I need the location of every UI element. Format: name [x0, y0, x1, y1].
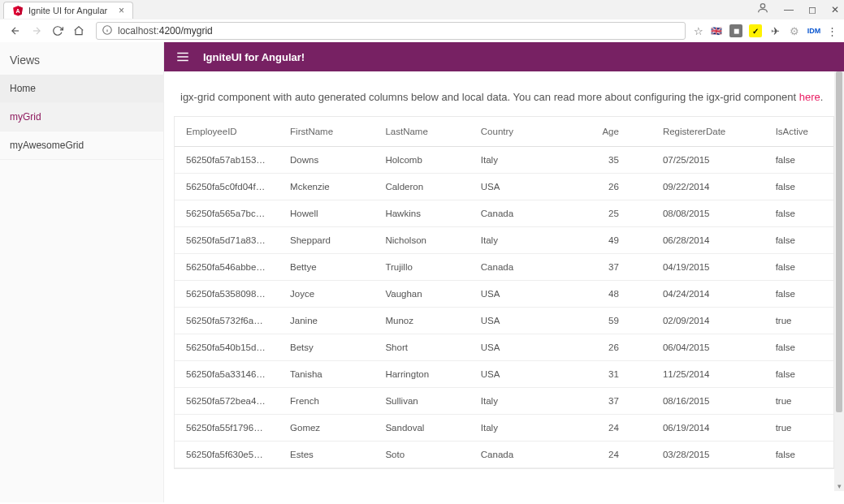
nav-home-icon[interactable]	[70, 22, 88, 40]
column-header-employeeid[interactable]: EmployeeID	[175, 117, 279, 146]
table-row[interactable]: 56250fa5358098…JoyceVaughanUSA4804/24/20…	[175, 281, 833, 308]
cell-country: USA	[470, 174, 591, 200]
vertical-scrollbar[interactable]: ▾	[834, 71, 844, 491]
extension-flag-icon[interactable]: 🇬🇧	[710, 24, 723, 37]
cell-isactive: false	[764, 442, 833, 467]
tab-bar: A Ignite UI for Angular × — ◻ ✕	[0, 0, 844, 19]
extension-plane-icon[interactable]: ✈	[768, 24, 781, 37]
cell-registererdate: 06/19/2014	[651, 415, 764, 441]
cell-country: Canada	[470, 254, 591, 280]
cell-registererdate: 04/19/2015	[651, 254, 764, 280]
window-close-icon[interactable]: ✕	[831, 4, 839, 15]
cell-employeeid: 56250fa546abbe…	[175, 254, 279, 280]
table-row[interactable]: 56250fa540b15d…BetsyShortUSA2606/04/2015…	[175, 334, 833, 361]
table-row[interactable]: 56250fa55f1796…GomezSandovalItaly2406/19…	[175, 415, 833, 442]
cell-employeeid: 56250fa55f1796…	[175, 415, 279, 441]
cell-isactive: false	[764, 254, 833, 280]
cell-lastname: Hawkins	[374, 200, 469, 226]
extension-block-icon[interactable]: ◼	[729, 24, 742, 37]
column-header-registererdate[interactable]: RegistererDate	[651, 117, 764, 146]
table-row[interactable]: 56250fa572bea4…FrenchSullivanItaly3708/1…	[175, 388, 833, 415]
cell-employeeid: 56250fa5a33146…	[175, 361, 279, 387]
intro-link[interactable]: here	[799, 91, 820, 103]
cell-lastname: Trujillo	[374, 254, 469, 280]
tab-close-icon[interactable]: ×	[119, 5, 124, 16]
column-header-country[interactable]: Country	[470, 117, 591, 146]
extension-gear-icon[interactable]: ⚙	[788, 24, 801, 37]
cell-isactive: false	[764, 200, 833, 226]
cell-country: Italy	[470, 415, 591, 441]
table-row[interactable]: 56250fa546abbe…BettyeTrujilloCanada3704/…	[175, 254, 833, 281]
cell-country: USA	[470, 281, 591, 307]
nav-bar: localhost:4200/mygrid ☆ 🇬🇧 ◼ ✓ ✈ ⚙ IDM ⋮	[0, 19, 844, 42]
cell-lastname: Sandoval	[374, 415, 469, 441]
table-row[interactable]: 56250fa5f630e5…EstesSotoCanada2403/28/20…	[175, 442, 833, 468]
menu-icon[interactable]	[175, 50, 190, 64]
intro-text: igx-grid component with auto generated c…	[180, 91, 828, 103]
column-header-firstname[interactable]: FirstName	[279, 117, 374, 146]
cell-employeeid: 56250fa565a7bc…	[175, 200, 279, 226]
cell-country: USA	[470, 308, 591, 334]
cell-age: 37	[591, 254, 651, 280]
window-controls: — ◻ ✕	[756, 2, 839, 17]
nav-forward-icon	[28, 22, 45, 40]
cell-employeeid: 56250fa5732f6a…	[175, 308, 279, 334]
cell-isactive: true	[764, 308, 833, 334]
cell-firstname: Howell	[279, 200, 374, 226]
sidebar-item-home[interactable]: Home	[0, 75, 163, 103]
table-row[interactable]: 56250fa5732f6a…JanineMunozUSA5902/09/201…	[175, 308, 833, 334]
cell-age: 24	[591, 442, 651, 467]
cell-firstname: Joyce	[279, 281, 374, 307]
cell-country: Canada	[470, 442, 591, 467]
window-minimize-icon[interactable]: —	[784, 4, 794, 15]
extension-check-icon[interactable]: ✓	[749, 24, 762, 37]
cell-registererdate: 11/25/2014	[651, 361, 764, 387]
data-grid: EmployeeIDFirstNameLastNameCountryAgeReg…	[174, 116, 834, 469]
cell-firstname: Tanisha	[279, 361, 374, 387]
cell-isactive: false	[764, 281, 833, 307]
sidebar-item-myawesomegrid[interactable]: myAwesomeGrid	[0, 131, 163, 160]
url-bar[interactable]: localhost:4200/mygrid	[96, 22, 686, 40]
cell-registererdate: 08/16/2015	[651, 388, 764, 414]
bookmark-star-icon[interactable]: ☆	[694, 25, 703, 37]
scrollbar-thumb[interactable]	[836, 71, 842, 412]
sidebar-item-mygrid[interactable]: myGrid	[0, 103, 163, 131]
table-row[interactable]: 56250fa565a7bc…HowellHawkinsCanada2508/0…	[175, 200, 833, 227]
app-title: IgniteUI for Angular!	[203, 51, 305, 63]
browser-menu-icon[interactable]: ⋮	[827, 25, 838, 37]
cell-employeeid: 56250fa540b15d…	[175, 334, 279, 360]
cell-age: 49	[591, 227, 651, 253]
table-row[interactable]: 56250fa5d71a83…SheppardNicholsonItaly490…	[175, 227, 833, 254]
column-header-age[interactable]: Age	[591, 117, 651, 146]
nav-reload-icon[interactable]	[49, 22, 67, 40]
sidebar: Views HomemyGridmyAwesomeGrid	[0, 42, 164, 502]
cell-employeeid: 56250fa5f630e5…	[175, 442, 279, 467]
cell-lastname: Soto	[374, 442, 469, 467]
extension-idm-icon[interactable]: IDM	[807, 24, 820, 37]
column-header-lastname[interactable]: LastName	[374, 117, 469, 146]
cell-registererdate: 06/04/2015	[651, 334, 764, 360]
window-maximize-icon[interactable]: ◻	[808, 4, 816, 15]
content: igx-grid component with auto generated c…	[164, 71, 844, 502]
cell-firstname: Estes	[279, 442, 374, 467]
table-row[interactable]: 56250fa57ab153…DownsHolcombItaly3507/25/…	[175, 147, 833, 174]
browser-tab[interactable]: A Ignite UI for Angular ×	[3, 2, 133, 19]
cell-country: USA	[470, 361, 591, 387]
table-row[interactable]: 56250fa5c0fd04f…MckenzieCalderonUSA2609/…	[175, 174, 833, 200]
grid-header: EmployeeIDFirstNameLastNameCountryAgeReg…	[175, 117, 833, 147]
sidebar-title: Views	[0, 42, 163, 75]
scrollbar-down-arrow-icon[interactable]: ▾	[834, 481, 844, 491]
user-icon[interactable]	[756, 2, 769, 17]
browser-chrome: A Ignite UI for Angular × — ◻ ✕	[0, 0, 844, 42]
cell-employeeid: 56250fa572bea4…	[175, 388, 279, 414]
table-row[interactable]: 56250fa5a33146…TanishaHarringtonUSA3111/…	[175, 361, 833, 388]
nav-back-icon[interactable]	[6, 22, 24, 40]
cell-lastname: Calderon	[374, 174, 469, 200]
cell-lastname: Munoz	[374, 308, 469, 334]
cell-lastname: Holcomb	[374, 147, 469, 173]
site-info-icon[interactable]	[102, 24, 113, 38]
main: IgniteUI for Angular! igx-grid component…	[164, 42, 844, 502]
column-header-isactive[interactable]: IsActive	[764, 117, 833, 146]
cell-isactive: false	[764, 334, 833, 360]
toolbar-icons: ☆ 🇬🇧 ◼ ✓ ✈ ⚙ IDM ⋮	[694, 24, 838, 37]
